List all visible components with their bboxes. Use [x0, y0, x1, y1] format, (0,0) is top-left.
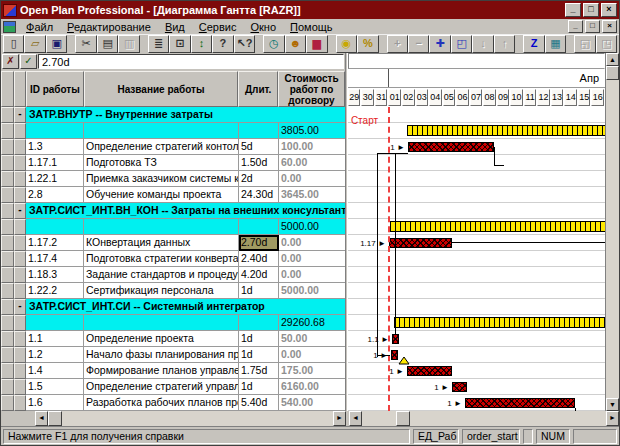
cell-name[interactable]: Обучение команды проекта [84, 187, 239, 203]
cell-name[interactable] [84, 123, 239, 139]
cell-name[interactable]: Подготовка ТЗ [84, 155, 239, 171]
cell-name[interactable]: Определение проекта [84, 331, 239, 347]
save-button[interactable]: ▣ [46, 35, 67, 53]
row-selector[interactable] [1, 155, 14, 171]
cell-duration[interactable]: 1d [239, 283, 279, 299]
cell-cost[interactable]: 540.00 [279, 395, 345, 411]
cell-duration[interactable]: 1.50d [239, 155, 279, 171]
cell-id[interactable]: 1.2 [26, 347, 84, 363]
cell-cost[interactable]: 6160.00 [279, 379, 345, 395]
cell-cost[interactable]: 0.00 [279, 235, 345, 251]
cell-duration[interactable]: 24.30d [239, 187, 279, 203]
cell-cost[interactable]: 50.00 [279, 331, 345, 347]
row-selector[interactable] [1, 107, 14, 123]
group-label-cell[interactable]: ЗАТР.ВНУТР -- Внутренние затраты [26, 107, 345, 123]
task-bar[interactable] [391, 350, 398, 360]
cell-name[interactable]: Формирование планов управления [84, 363, 239, 379]
cell-name[interactable]: Определение стратегий контоля и отч [84, 139, 239, 155]
cell-cost[interactable]: 0.00 [279, 171, 345, 187]
task-bar[interactable] [389, 238, 452, 248]
cell-id[interactable] [26, 315, 84, 331]
cell-cost[interactable]: 3645.00 [279, 187, 345, 203]
cell-id[interactable] [26, 123, 84, 139]
minimize-button[interactable]: _ [565, 3, 581, 17]
menu-item-5[interactable]: Окно [243, 21, 283, 33]
task-bar[interactable] [465, 398, 575, 408]
cell-id[interactable]: 1.22.2 [26, 283, 84, 299]
table-hscroll-track[interactable] [62, 411, 333, 426]
cell-id[interactable]: 1.5 [26, 379, 84, 395]
cell-name[interactable]: КОнвертация данных [84, 235, 239, 251]
cell-duration[interactable]: 5d [239, 139, 279, 155]
table-scroll-left-button[interactable]: ◄ [35, 411, 48, 426]
child-close-button[interactable]: × [602, 20, 617, 33]
cell-id[interactable]: 1.1 [26, 331, 84, 347]
row-selector[interactable] [1, 235, 14, 251]
scroll-down-button[interactable]: ▼ [606, 398, 619, 411]
context-help-button[interactable]: ↖? [234, 35, 255, 53]
cell-cost[interactable]: 29260.68 [279, 315, 345, 331]
vscroll-thumb[interactable] [606, 66, 619, 80]
percent-button[interactable]: % [357, 35, 378, 53]
print-button[interactable]: ≣ [148, 35, 169, 53]
cell-name[interactable]: Разработка рабочих планов проекта [84, 395, 239, 411]
gantt-hscroll-thumb[interactable] [396, 411, 410, 426]
row-expander[interactable]: - [14, 203, 26, 219]
cell-id[interactable]: 1.3 [26, 139, 84, 155]
day-cell[interactable]: 11 [524, 89, 537, 106]
day-cell[interactable]: 30 [361, 89, 374, 106]
vscroll-track[interactable] [606, 80, 619, 398]
gantt-scroll-right-button[interactable]: ► [606, 411, 619, 426]
column-header-3[interactable]: Длит. [238, 71, 278, 107]
cell-duration[interactable]: 1.75d [239, 363, 279, 379]
cell-id[interactable] [26, 219, 84, 235]
day-cell[interactable]: 12 [537, 89, 550, 106]
cell-duration[interactable] [239, 315, 279, 331]
child-window-icon[interactable] [3, 21, 16, 33]
menu-item-4[interactable]: Сервис [192, 21, 244, 33]
cell-duration[interactable]: 2d [239, 171, 279, 187]
day-cell[interactable]: 02 [402, 89, 415, 106]
task-bar[interactable] [408, 142, 494, 152]
cell-name[interactable]: Задание стандартов и процедур по д [84, 267, 239, 283]
day-cell[interactable]: 05 [443, 89, 456, 106]
row-selector[interactable] [1, 251, 14, 267]
menu-item-2[interactable]: Редактирование [60, 21, 158, 33]
cut-button[interactable]: ✂ [75, 35, 96, 53]
cell-edit-input[interactable] [38, 54, 344, 69]
cell-cost[interactable]: 60.00 [279, 155, 345, 171]
close-button[interactable]: × [601, 3, 617, 17]
gantt-hscroll-track[interactable] [410, 411, 606, 426]
menu-item-6[interactable]: Помощь [283, 21, 340, 33]
column-header-2[interactable]: Название работы [84, 71, 238, 107]
row-selector[interactable] [1, 331, 14, 347]
cell-duration[interactable]: 5.40d [239, 395, 279, 411]
row-selector[interactable] [1, 139, 14, 155]
row-selector[interactable] [1, 123, 14, 139]
table-scroll-right-button[interactable]: ► [333, 411, 346, 426]
open-button[interactable]: ▱ [24, 35, 45, 53]
task-bar[interactable] [407, 366, 452, 376]
row-selector[interactable] [1, 363, 14, 379]
timescale-button[interactable]: Z [523, 35, 544, 53]
cell-name[interactable]: Приемка заказчиком системы клиент [84, 171, 239, 187]
cell-cost[interactable]: 175.00 [279, 363, 345, 379]
row-selector[interactable] [1, 283, 14, 299]
summary-bar[interactable] [407, 125, 605, 136]
views-button[interactable]: ▦ [545, 35, 566, 53]
edit-cancel-button[interactable]: ✗ [2, 54, 19, 69]
group-label-cell[interactable]: ЗАТР.СИСТ_ИНТ.СИ -- Системный интегратор [26, 299, 345, 315]
day-cell[interactable]: 04 [429, 89, 442, 106]
cell-cost[interactable]: 100.00 [279, 139, 345, 155]
cell-id[interactable]: 1.22.1 [26, 171, 84, 187]
cell-duration[interactable]: 2.70d [239, 235, 279, 251]
cell-cost[interactable]: 0.00 [279, 251, 345, 267]
summary-bar[interactable] [394, 317, 605, 328]
row-selector[interactable] [1, 395, 14, 411]
cell-id[interactable]: 1.17.4 [26, 251, 84, 267]
cell-id[interactable]: 1.6 [26, 395, 84, 411]
restore-button[interactable]: □ [583, 3, 599, 17]
row-selector[interactable] [1, 187, 14, 203]
edit-confirm-button[interactable]: ✓ [20, 54, 37, 69]
column-header-1[interactable]: ID работы [26, 71, 84, 107]
